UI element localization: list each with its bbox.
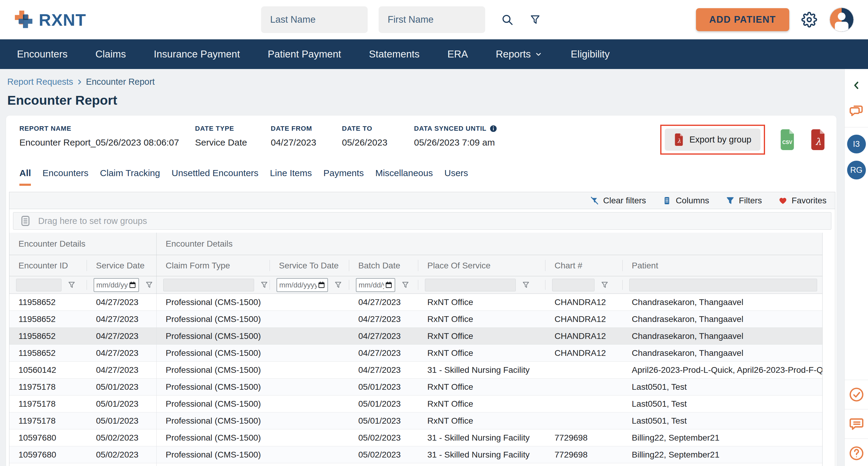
- toolbar-favorites[interactable]: Favorites: [778, 196, 827, 205]
- filter-input-claim-form-type[interactable]: [163, 279, 254, 291]
- filter-date-service-to-date[interactable]: [277, 278, 328, 292]
- filter-cell-service-date: [87, 276, 157, 294]
- cell-batch-date: 05/02/2023: [349, 446, 418, 463]
- toolbar-clear-filters[interactable]: Clear filters: [590, 196, 646, 205]
- report-field-data-synced-until: DATA SYNCED UNTIL05/26/2023 7:09 am: [414, 125, 497, 148]
- table-row[interactable]: 1195865204/27/2023Professional (CMS-1500…: [9, 345, 822, 362]
- filter-input-encounter-id[interactable]: [16, 279, 61, 291]
- nav-item-era[interactable]: ERA: [447, 48, 468, 60]
- table-row[interactable]: 1195865204/27/2023Professional (CMS-1500…: [9, 328, 822, 345]
- tasks-button[interactable]: [848, 387, 864, 402]
- csv-export-icon[interactable]: CSV: [779, 129, 796, 150]
- funnel-icon[interactable]: [401, 281, 409, 289]
- table-row[interactable]: 1059768005/02/2023Professional (CMS-1500…: [9, 446, 822, 463]
- export-by-group-button[interactable]: λ Export by group: [665, 129, 761, 151]
- last-name-input[interactable]: [261, 6, 368, 33]
- tab-unsettled-encounters[interactable]: Unsettled Encounters: [172, 168, 259, 186]
- column-header-place-of-service[interactable]: Place Of Service: [418, 255, 546, 276]
- toolbar-filters[interactable]: Filters: [726, 196, 762, 205]
- rail-avatar-i3[interactable]: I3: [847, 135, 866, 154]
- breadcrumb-parent-link[interactable]: Report Requests: [7, 77, 73, 87]
- cell-service-to-date: [270, 328, 349, 344]
- grid-scrollbar-track[interactable]: [822, 233, 835, 466]
- filter-input-chart[interactable]: [552, 279, 594, 291]
- filter-input-patient[interactable]: [629, 279, 817, 291]
- filter-cell-claim-form-type: [157, 276, 270, 294]
- help-button[interactable]: [848, 445, 864, 461]
- first-name-input[interactable]: [379, 6, 485, 33]
- column-header-batch-date[interactable]: Batch Date: [349, 255, 418, 276]
- rxnt-plus-icon: [14, 10, 33, 29]
- tab-claim-tracking[interactable]: Claim Tracking: [100, 168, 160, 186]
- nav-item-encounters[interactable]: Encounters: [17, 48, 67, 60]
- column-header-service-date[interactable]: Service Date: [87, 255, 157, 276]
- table-row[interactable]: 1056014204/27/2023Professional (CMS-1500…: [9, 362, 822, 378]
- tab-payments[interactable]: Payments: [323, 168, 364, 186]
- cell-claim-form-type: Professional (CMS-1500): [157, 463, 270, 466]
- column-header-chart[interactable]: Chart #: [546, 255, 623, 276]
- pdf-export-icon[interactable]: λ: [810, 129, 826, 150]
- funnel-icon[interactable]: [260, 281, 268, 289]
- date-input[interactable]: [279, 281, 317, 289]
- date-input[interactable]: [359, 281, 384, 289]
- cell-claim-form-type: Professional (CMS-1500): [157, 311, 270, 327]
- column-header-patient[interactable]: Patient: [623, 255, 822, 276]
- tab-line-items[interactable]: Line Items: [270, 168, 312, 186]
- cell-encounter-id: 11958652: [9, 311, 87, 327]
- table-row[interactable]: 1059768005/02/2023Professional (CMS-1500…: [9, 429, 822, 446]
- settings-button[interactable]: [801, 12, 817, 28]
- search-button[interactable]: [501, 13, 514, 26]
- cell-service-to-date: [270, 412, 349, 429]
- nav-item-claims[interactable]: Claims: [95, 48, 126, 60]
- filter-date-service-date[interactable]: [94, 278, 139, 292]
- rail-avatar-rg[interactable]: RG: [847, 161, 866, 179]
- funnel-solid-icon: [726, 196, 735, 205]
- cell-service-to-date: [270, 463, 349, 466]
- chat-button[interactable]: [848, 103, 864, 119]
- funnel-icon[interactable]: [600, 281, 609, 289]
- column-header-encounter-id[interactable]: Encounter ID: [9, 255, 87, 276]
- funnel-icon[interactable]: [522, 281, 530, 289]
- collapse-panel-button[interactable]: [851, 80, 862, 91]
- nav-item-statements[interactable]: Statements: [369, 48, 420, 60]
- report-field-report-name: REPORT NAMEEncounter Report_05/26/2023 0…: [20, 125, 195, 148]
- filter-date-batch-date[interactable]: [356, 278, 395, 292]
- table-row[interactable]: 1195865204/27/2023Professional (CMS-1500…: [9, 311, 822, 328]
- tab-encounters[interactable]: Encounters: [42, 168, 88, 186]
- funnel-icon[interactable]: [67, 281, 76, 289]
- funnel-icon[interactable]: [334, 281, 342, 289]
- table-row[interactable]: 1059768005/02/2023Professional (CMS-1500…: [9, 463, 822, 466]
- table-row[interactable]: 1197517805/01/2023Professional (CMS-1500…: [9, 396, 822, 412]
- cell-claim-form-type: Professional (CMS-1500): [157, 362, 270, 378]
- feedback-button[interactable]: [848, 416, 864, 432]
- toolbar-columns[interactable]: Columns: [662, 196, 709, 205]
- table-row[interactable]: 1197517805/01/2023Professional (CMS-1500…: [9, 378, 822, 396]
- row-group-hint: Drag here to set row groups: [38, 216, 147, 226]
- nav-item-insurance-payment[interactable]: Insurance Payment: [154, 48, 240, 60]
- column-header-claim-form-type[interactable]: Claim Form Type: [157, 255, 270, 276]
- column-header-service-to-date[interactable]: Service To Date: [270, 255, 349, 276]
- rxnt-logo[interactable]: RXNT: [14, 10, 159, 30]
- nav-item-patient-payment[interactable]: Patient Payment: [268, 48, 341, 60]
- filter-input-place-of-service[interactable]: [425, 279, 516, 291]
- nav-item-eligibility[interactable]: Eligibility: [571, 48, 610, 60]
- tab-all[interactable]: All: [20, 168, 31, 186]
- column-group-header: Encounter Details: [157, 233, 822, 255]
- advanced-filter-button[interactable]: [529, 14, 541, 25]
- cell-service-date: 04/27/2023: [87, 362, 157, 378]
- grid-header-row: Encounter IDService DateClaim Form TypeS…: [9, 255, 822, 276]
- row-group-dropzone[interactable]: Drag here to set row groups: [13, 212, 831, 230]
- cell-patient: Last0501, Test: [623, 396, 822, 412]
- user-avatar[interactable]: [829, 7, 854, 32]
- table-row[interactable]: 1195865204/27/2023Professional (CMS-1500…: [9, 294, 822, 311]
- tab-miscellaneous[interactable]: Miscellaneous: [375, 168, 433, 186]
- funnel-icon[interactable]: [145, 281, 153, 289]
- date-input[interactable]: [96, 281, 128, 289]
- cell-batch-date: 05/02/2023: [349, 429, 418, 446]
- row-group-icon: [20, 215, 31, 227]
- nav-item-reports[interactable]: Reports: [496, 48, 543, 60]
- cell-chart: [546, 396, 623, 412]
- add-patient-button[interactable]: ADD PATIENT: [696, 8, 789, 31]
- tab-users[interactable]: Users: [444, 168, 468, 186]
- table-row[interactable]: 1197517805/01/2023Professional (CMS-1500…: [9, 412, 822, 429]
